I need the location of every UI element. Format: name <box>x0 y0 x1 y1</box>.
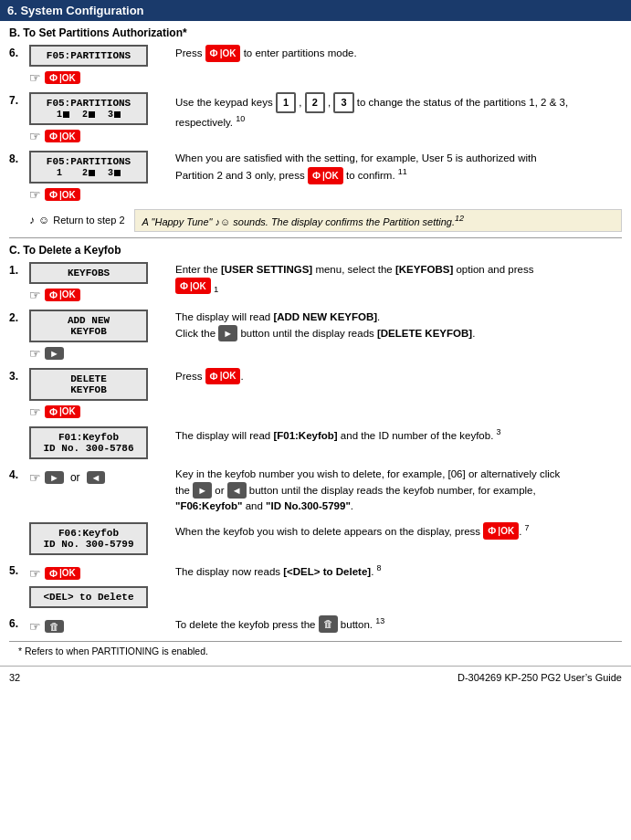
inline-ok-c4b: Φ|OK <box>483 522 519 540</box>
step-c3b: F01:KeyfobID No. 300-5786 The display wi… <box>9 426 622 459</box>
step-b6-desc: Press Φ|OK to enter partitions mode. <box>175 45 622 62</box>
step-c6-desc: To delete the keyfob press the 🗑 button.… <box>175 615 622 633</box>
step-c2-display: ADD NEWKEYFOB ☞ ► <box>29 310 166 361</box>
step-c5: 5. ☞ Φ|OK <DEL> to Delete The display no… <box>9 562 622 608</box>
arrow-left-btn-c4: ◄ <box>87 471 106 484</box>
hand-icon-c6: ☞ <box>29 619 41 634</box>
step-c4-display: ☞ ► or ◄ <box>29 467 166 485</box>
step-c1-num: 1. <box>9 262 29 277</box>
trash-icon-c6: 🗑 <box>45 620 64 633</box>
icon-row-c6: ☞ 🗑 <box>29 619 166 634</box>
hand-icon-b6: ☞ <box>29 70 41 85</box>
footer: 32 D-304269 KP-250 PG2 User’s Guide <box>0 666 631 688</box>
page-header: 6. System Configuration <box>0 0 631 21</box>
key-3: 3 <box>333 92 353 113</box>
icon-row-c5: ☞ Φ|OK <box>29 566 166 581</box>
ok-btn-b6: Φ|OK <box>45 71 80 84</box>
step-b8-desc: When you are satisfied with the setting,… <box>175 151 622 184</box>
step-c2-desc: The display will read [ADD NEW KEYFOB]. … <box>175 310 622 342</box>
footer-page: 32 <box>9 672 20 683</box>
lcd-c3b: F01:KeyfobID No. 300-5786 <box>29 426 148 459</box>
step-c4-desc: Key in the keyfob number you wish to del… <box>175 467 622 515</box>
step-c6-display: ☞ 🗑 <box>29 615 166 634</box>
footer-title: D-304269 KP-250 PG2 User’s Guide <box>457 672 622 683</box>
step-c6: 6. ☞ 🗑 To delete the keyfob press the 🗑 … <box>9 615 622 634</box>
inline-trash-c6: 🗑 <box>319 615 338 633</box>
inline-ok-b8: Φ|OK <box>308 167 343 184</box>
return-step-text: Return to step 2 <box>53 215 124 226</box>
inline-arrow-r-c4: ► <box>193 482 212 499</box>
inline-ok-c1: Φ|OK <box>175 278 211 295</box>
step-c3b-display: F01:KeyfobID No. 300-5786 <box>29 426 166 459</box>
hand-icon-b7: ☞ <box>29 129 41 143</box>
step-c4b-display: F06:KeyfobID No. 300-5799 <box>29 522 166 555</box>
step-c3b-desc: The display will read [F01:Keyfob] and t… <box>175 426 622 444</box>
lcd-c2: ADD NEWKEYFOB <box>29 310 148 342</box>
arrow-right-btn-c4: ► <box>45 471 64 484</box>
step-c4b-num <box>9 522 29 524</box>
step-c4b-desc: When the keyfob you wish to delete appea… <box>175 522 622 540</box>
icon-row-c4: ☞ ► or ◄ <box>29 470 166 485</box>
step-c1-display: KEYFOBS ☞ Φ|OK <box>29 262 166 302</box>
step-c2-num: 2. <box>9 310 29 324</box>
step-c5-num: 5. <box>9 562 29 577</box>
or-text-c4: or <box>70 471 80 484</box>
step-c3-num: 3. <box>9 368 29 383</box>
step-c6-num: 6. <box>9 615 29 630</box>
icon-row-c2: ☞ ► <box>29 346 166 361</box>
step-c3: 3. DELETEKEYFOB ☞ Φ|OK Press Φ|OK. <box>9 368 622 419</box>
icon-row-b6: ☞ Φ|OK <box>29 70 166 85</box>
lcd-b6: F05:PARTITIONS <box>29 45 148 67</box>
step-b7-num: 7. <box>9 92 29 107</box>
inline-arrow-l-c4: ◄ <box>227 482 247 499</box>
hand-icon-c4: ☞ <box>29 470 41 485</box>
icon-row-b7: ☞ Φ|OK <box>29 129 166 143</box>
step-c3b-num <box>9 426 29 428</box>
ok-btn-b8: Φ|OK <box>45 188 80 201</box>
key-1: 1 <box>276 92 296 113</box>
icon-row-b8: ☞ Φ|OK <box>29 187 166 202</box>
step-b8-display: F05:PARTITIONS 1 2 3 ☞ Φ|OK <box>29 151 166 202</box>
step-c2: 2. ADD NEWKEYFOB ☞ ► The display will re… <box>9 310 622 361</box>
lcd-c3: DELETEKEYFOB <box>29 368 148 401</box>
key-2: 2 <box>305 92 325 113</box>
divider-bc <box>9 237 622 238</box>
step-b7: 7. F05:PARTITIONS 1 2 3 ☞ Φ|OK Use the k… <box>9 92 622 143</box>
lcd-c5: <DEL> to Delete <box>29 586 148 608</box>
hand-icon-c1: ☞ <box>29 288 41 302</box>
hand-icon-c5: ☞ <box>29 566 41 581</box>
hand-icon-b8: ☞ <box>29 187 41 202</box>
footnote: * Refers to when PARTITIONING is enabled… <box>9 641 622 656</box>
step-c3-display: DELETEKEYFOB ☞ Φ|OK <box>29 368 166 419</box>
step-c1-desc: Enter the [USER SETTINGS] menu, select t… <box>175 262 622 297</box>
step-b6-display: F05:PARTITIONS ☞ Φ|OK <box>29 45 166 85</box>
lcd-c1: KEYFOBS <box>29 262 148 284</box>
step-c4b: F06:KeyfobID No. 300-5799 When the keyfo… <box>9 522 622 555</box>
step-b8-num: 8. <box>9 151 29 165</box>
hand-icon-c2: ☞ <box>29 346 41 361</box>
step-b7-display: F05:PARTITIONS 1 2 3 ☞ Φ|OK <box>29 92 166 143</box>
step-c4-num: 4. <box>9 467 29 481</box>
section-c-title: C. To Delete a Keyfob <box>9 244 622 257</box>
smiley-icon: ☺ <box>38 214 49 226</box>
ok-btn-c3: Φ|OK <box>45 405 80 418</box>
step-c4: 4. ☞ ► or ◄ Key in the keyfob number you… <box>9 467 622 515</box>
step-b8: 8. F05:PARTITIONS 1 2 3 ☞ Φ|OK When you … <box>9 151 622 202</box>
lcd-b7: F05:PARTITIONS 1 2 3 <box>29 92 148 125</box>
inline-arrow-c2: ► <box>218 325 237 342</box>
return-label: ♪ ☺ Return to step 2 <box>29 214 125 226</box>
note-box: A "Happy Tune" ♪☺ sounds. The display co… <box>134 209 622 232</box>
step-c5-desc: The display now reads [<DEL> to Delete].… <box>175 562 622 580</box>
ok-btn-b7: Φ|OK <box>45 130 80 142</box>
step-b6-num: 6. <box>9 45 29 59</box>
step-b7-desc: Use the keypad keys 1 , 2 , 3 to change … <box>175 92 622 131</box>
lcd-c4b: F06:KeyfobID No. 300-5799 <box>29 522 148 555</box>
ok-btn-c5: Φ|OK <box>45 567 80 580</box>
section-title: 6. System Configuration <box>0 0 631 21</box>
hand-icon-c3: ☞ <box>29 404 41 419</box>
icon-row-c1: ☞ Φ|OK <box>29 288 166 302</box>
inline-ok-b6: Φ|OK <box>205 45 241 62</box>
step-b6: 6. F05:PARTITIONS ☞ Φ|OK Press Φ|OK to e… <box>9 45 622 85</box>
step-c1: 1. KEYFOBS ☞ Φ|OK Enter the [USER SETTIN… <box>9 262 622 302</box>
lcd-b8: F05:PARTITIONS 1 2 3 <box>29 151 148 184</box>
